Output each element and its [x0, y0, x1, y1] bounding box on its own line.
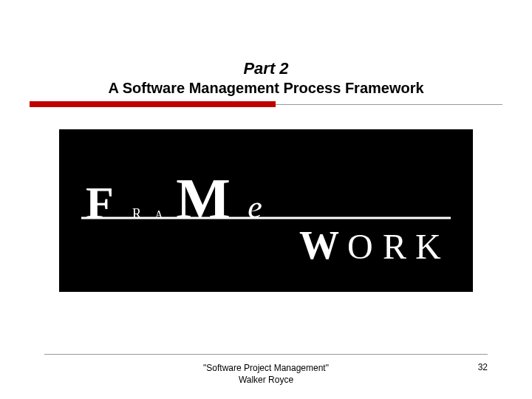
svg-rect-0 — [59, 129, 473, 292]
footer: "Software Project Management" Walker Roy… — [0, 354, 532, 386]
title-block: Part 2 A Software Management Process Fra… — [30, 59, 502, 97]
slide: Part 2 A Software Management Process Fra… — [0, 0, 532, 399]
svg-text:K: K — [415, 227, 441, 266]
footer-center: "Software Project Management" Walker Roy… — [74, 362, 458, 386]
footer-book: "Software Project Management" — [74, 362, 458, 374]
subtitle: A Software Management Process Framework — [30, 80, 502, 97]
accent-bar — [30, 101, 276, 107]
framework-figure: F R A M e W O R K — [59, 129, 473, 292]
page-number: 32 — [458, 362, 488, 372]
footer-row: "Software Project Management" Walker Roy… — [44, 362, 488, 386]
svg-text:M: M — [176, 166, 231, 231]
part-label: Part 2 — [30, 59, 502, 78]
thin-rule — [276, 104, 502, 105]
svg-text:A: A — [155, 209, 163, 220]
svg-text:R: R — [132, 206, 141, 221]
footer-rule — [44, 354, 488, 355]
svg-text:R: R — [383, 227, 406, 266]
footer-author: Walker Royce — [74, 374, 458, 386]
framework-wordmark-icon: F R A M e W O R K — [59, 129, 473, 292]
svg-text:F: F — [86, 177, 114, 228]
svg-text:W: W — [299, 223, 341, 267]
title-rule — [30, 101, 502, 107]
svg-text:O: O — [347, 227, 373, 266]
svg-text:e: e — [248, 189, 262, 225]
